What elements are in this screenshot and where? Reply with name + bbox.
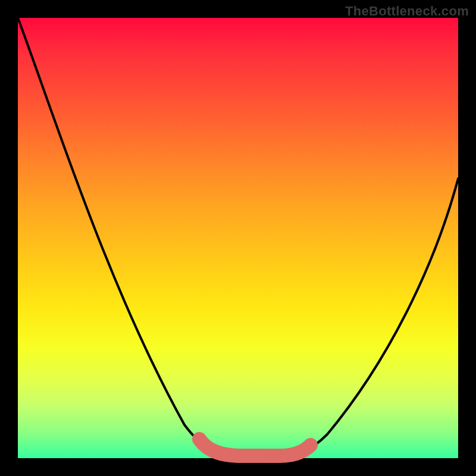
curve-main (18, 18, 458, 455)
chart-svg (18, 18, 458, 458)
chart-frame: TheBottleneck.com (0, 0, 476, 476)
watermark-text: TheBottleneck.com (345, 4, 469, 19)
plot-area (18, 18, 458, 458)
